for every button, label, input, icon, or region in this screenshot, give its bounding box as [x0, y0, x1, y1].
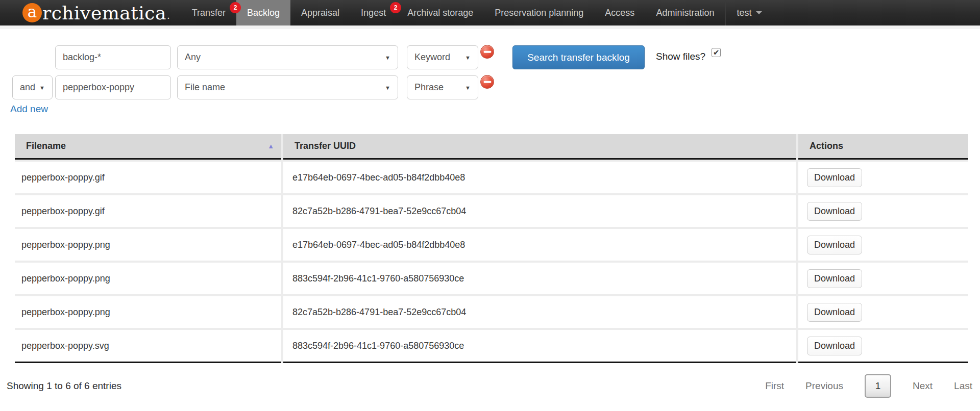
nav-item-appraisal[interactable]: Appraisal [290, 0, 350, 25]
nav-item-backlog[interactable]: Backlog [236, 0, 290, 25]
nav-item-administration[interactable]: Administration [645, 0, 725, 25]
nav-item-label: Appraisal [301, 8, 339, 18]
chevron-down-icon: ▼ [385, 55, 390, 61]
table-cell-actions: Download [798, 162, 968, 193]
column-header-label: Transfer UUID [295, 141, 356, 151]
search-transfer-backlog-button[interactable]: Search transfer backlog [512, 45, 645, 69]
download-button[interactable]: Download [807, 337, 862, 355]
logo-period: . [167, 10, 170, 21]
ingest-count-badge: 2 [390, 2, 401, 13]
user-menu-label: test [737, 8, 751, 18]
minus-icon [483, 50, 491, 53]
pagination-next-button[interactable]: Next [913, 380, 933, 392]
nav-item-access[interactable]: Access [594, 0, 645, 25]
nav-item-label: Ingest [361, 8, 386, 18]
table-cell-actions: Download [798, 195, 968, 227]
nav-item-label: Administration [656, 8, 714, 18]
pagination-last-button[interactable]: Last [954, 380, 972, 392]
table-cell-filename: pepperbox-poppy.gif [15, 195, 281, 227]
download-button[interactable]: Download [807, 202, 862, 221]
table-cell-uuid: e17b64eb-0697-4bec-ad05-b84f2dbb40e8 [283, 162, 796, 193]
nav-item-label: Access [605, 8, 634, 18]
pagination: First Previous 1 Next Last [765, 374, 972, 398]
column-header-label: Filename [26, 141, 66, 151]
download-button[interactable]: Download [807, 236, 862, 254]
chevron-down-icon [756, 11, 762, 14]
transfer-count-badge: 2 [230, 2, 241, 13]
show-files-checkbox[interactable]: ✔ [712, 48, 721, 57]
top-navbar: a rchivematica . Transfer 2 Backlog Appr… [0, 0, 980, 25]
search-field-value-1: Any [185, 52, 201, 63]
pagination-first-button[interactable]: First [765, 380, 784, 392]
nav-item-preservation-planning[interactable]: Preservation planning [484, 0, 594, 25]
user-menu-dropdown[interactable]: test [726, 0, 773, 25]
nav-item-label: Backlog [247, 8, 280, 18]
download-button[interactable]: Download [807, 303, 862, 322]
search-query-input-2[interactable] [55, 75, 171, 99]
table-cell-filename: pepperbox-poppy.png [15, 229, 281, 261]
sort-ascending-icon: ▲ [267, 142, 274, 150]
entries-info-text: Showing 1 to 6 of 6 entries [7, 380, 121, 392]
table-cell-filename: pepperbox-poppy.svg [15, 330, 281, 363]
pagination-previous-button[interactable]: Previous [805, 380, 843, 392]
column-header-filename[interactable]: Filename ▲ [15, 134, 281, 160]
minus-icon [483, 81, 491, 83]
archivematica-logo-icon: a [22, 3, 42, 22]
table-cell-filename: pepperbox-poppy.gif [15, 162, 281, 193]
table-cell-uuid: 883c594f-2b96-41c1-9760-a580756930ce [283, 263, 796, 294]
archivematica-logo[interactable]: a rchivematica . [0, 0, 181, 25]
search-type-value-2: Phrase [414, 82, 444, 93]
show-files-toggle: Show files? ✔ [656, 48, 721, 62]
pagination-current-page[interactable]: 1 [865, 374, 891, 398]
nav-item-label: Transfer [192, 8, 226, 18]
nav-item-label: Preservation planning [495, 8, 583, 18]
table-cell-uuid: 883c594f-2b96-41c1-9760-a580756930ce [283, 330, 796, 363]
search-field-select-2[interactable]: File name ▼ [177, 75, 398, 99]
table-cell-filename: pepperbox-poppy.png [15, 263, 281, 294]
table-cell-actions: Download [798, 330, 968, 363]
boolean-operator-value: and [20, 82, 35, 93]
nav-menu: Transfer 2 Backlog Appraisal Ingest 2 Ar… [181, 0, 773, 25]
search-type-value-1: Keyword [414, 52, 450, 63]
chevron-down-icon: ▼ [465, 55, 471, 61]
table-cell-actions: Download [798, 263, 968, 294]
boolean-operator-select[interactable]: and ▼ [12, 75, 53, 99]
download-button[interactable]: Download [807, 269, 862, 288]
chevron-down-icon: ▼ [385, 85, 390, 91]
table-cell-actions: Download [798, 229, 968, 261]
remove-criterion-button-1[interactable] [480, 45, 494, 59]
table-cell-actions: Download [798, 296, 968, 328]
table-cell-uuid: 82c7a52b-b286-4791-bea7-52e9cc67cb04 [283, 296, 796, 328]
remove-criterion-button-2[interactable] [480, 75, 494, 89]
nav-item-transfer[interactable]: Transfer 2 [181, 0, 236, 25]
search-query-input-1[interactable] [55, 45, 171, 69]
nav-item-label: Archival storage [407, 8, 473, 18]
column-header-label: Actions [810, 141, 843, 151]
table-cell-filename: pepperbox-poppy.png [15, 296, 281, 328]
search-type-select-2[interactable]: Phrase ▼ [407, 75, 478, 99]
nav-item-ingest[interactable]: Ingest 2 [350, 0, 397, 25]
table-cell-uuid: 82c7a52b-b286-4791-bea7-52e9cc67cb04 [283, 195, 796, 227]
nav-item-archival-storage[interactable]: Archival storage [397, 0, 484, 25]
column-header-actions: Actions [798, 134, 968, 160]
search-field-value-2: File name [185, 82, 225, 93]
backlog-search-form: Any ▼ Keyword ▼ Search transfer backlog … [0, 29, 980, 134]
column-header-transfer-uuid[interactable]: Transfer UUID [283, 134, 796, 160]
search-field-select-1[interactable]: Any ▼ [177, 45, 398, 69]
chevron-down-icon: ▼ [39, 85, 45, 91]
backlog-results-table: Filename ▲ Transfer UUID Actions pepperb… [15, 134, 968, 363]
show-files-label: Show files? [656, 48, 705, 62]
search-type-select-1[interactable]: Keyword ▼ [407, 45, 478, 69]
table-footer: Showing 1 to 6 of 6 entries First Previo… [0, 374, 980, 398]
chevron-down-icon: ▼ [465, 85, 471, 91]
add-new-criterion-link[interactable]: Add new [10, 104, 48, 115]
navbar-bottom-strip [0, 25, 980, 29]
download-button[interactable]: Download [807, 168, 862, 187]
table-cell-uuid: e17b64eb-0697-4bec-ad05-b84f2dbb40e8 [283, 229, 796, 261]
logo-text: rchivematica [42, 3, 166, 23]
